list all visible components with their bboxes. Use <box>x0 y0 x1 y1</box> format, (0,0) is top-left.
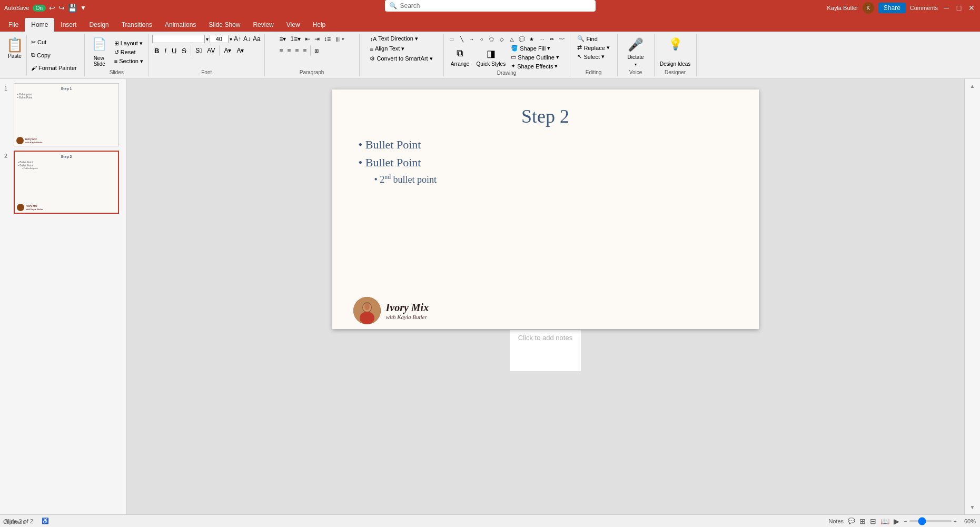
tab-home[interactable]: Home <box>25 18 54 32</box>
char-spacing-button[interactable]: AV <box>205 46 217 55</box>
slide-canvas[interactable]: Step 2 Bullet Point Bullet Point 2nd bul… <box>332 90 759 329</box>
decrease-font-icon[interactable]: A↓ <box>243 35 251 43</box>
circle-tool[interactable]: ○ <box>477 35 487 43</box>
paste-button[interactable]: 📋 Paste <box>3 35 27 75</box>
arrange-button[interactable]: ⧉ Arrange <box>447 47 473 68</box>
tab-slideshow[interactable]: Slide Show <box>202 18 246 32</box>
right-panel-arrow-up[interactable]: ▲ <box>968 81 977 91</box>
slide-sorter-button[interactable]: ⊟ <box>870 517 876 525</box>
quick-styles-button[interactable]: ◨ Quick Styles <box>474 47 508 68</box>
diamond-tool[interactable]: ◇ <box>497 35 507 43</box>
slide-preview-2[interactable]: Step 2 • Bullet Point • Bullet Point • 2… <box>14 151 119 214</box>
save-icon[interactable]: 💾 <box>68 4 77 12</box>
italic-button[interactable]: I <box>162 46 169 55</box>
replace-button[interactable]: ⇄ Replace ▾ <box>575 44 611 52</box>
select-button[interactable]: ↖ Select ▾ <box>575 53 607 61</box>
normal-view-button[interactable]: ⊞ <box>859 517 866 525</box>
underline-button[interactable]: U <box>170 46 179 55</box>
zoom-slider[interactable] <box>909 520 952 522</box>
freeform-tool[interactable]: ✏ <box>547 35 557 43</box>
copy-button[interactable]: ⧉ Copy <box>29 51 79 59</box>
slide-main-title[interactable]: Step 2 <box>359 105 732 127</box>
zoom-in-button[interactable]: + <box>954 518 957 524</box>
scribble-tool[interactable]: 〰 <box>557 35 567 43</box>
notes-area[interactable]: Click to add notes <box>510 329 581 371</box>
increase-indent-button[interactable]: ⇥ <box>313 35 321 43</box>
font-name-dropdown[interactable]: ▾ <box>206 36 209 42</box>
minimize-button[interactable]: ─ <box>942 4 951 12</box>
line-spacing-button[interactable]: ↕≡ <box>322 35 332 43</box>
numbering-button[interactable]: 1≡▾ <box>289 35 302 43</box>
autosave-toggle[interactable]: On <box>33 5 46 12</box>
font-color-button[interactable]: A▾ <box>222 46 233 55</box>
justify-button[interactable]: ≡ <box>301 46 308 55</box>
clear-format-icon[interactable]: Aa <box>252 35 261 43</box>
reading-view-button[interactable]: 📖 <box>880 517 889 525</box>
find-button[interactable]: 🔍 Find <box>575 35 599 43</box>
new-slide-button[interactable]: 📄 NewSlide <box>88 36 111 68</box>
search-bar[interactable]: 🔍 <box>385 0 596 12</box>
arrow-tool[interactable]: → <box>467 35 477 43</box>
reset-button[interactable]: ↺ Reset <box>112 48 145 56</box>
font-size-dropdown[interactable]: ▾ <box>230 36 232 42</box>
shape-effects-button[interactable]: ✦ Shape Effects ▾ <box>509 62 561 70</box>
dictate-dropdown[interactable]: ▾ <box>635 62 637 67</box>
slide-thumb-2[interactable]: 2 Step 2 • Bullet Point • Bullet Point •… <box>4 151 122 214</box>
tab-insert[interactable]: Insert <box>54 18 83 32</box>
close-button[interactable]: ✕ <box>967 4 976 12</box>
canvas-area[interactable]: Step 2 Bullet Point Bullet Point 2nd bul… <box>126 79 964 514</box>
section-button[interactable]: ≡ Section ▾ <box>112 57 145 65</box>
tab-review[interactable]: Review <box>246 18 280 32</box>
presenter-view-button[interactable]: ▶ <box>894 517 899 525</box>
para-more-icon[interactable]: ⊞ <box>313 47 320 54</box>
align-left-button[interactable]: ≡ <box>278 46 284 55</box>
comments-label[interactable]: Comments <box>910 5 938 11</box>
accessibility-icon[interactable]: ♿ <box>42 518 49 524</box>
font-size-input[interactable] <box>210 35 229 43</box>
tab-view[interactable]: View <box>280 18 306 32</box>
text-shadow-button[interactable]: S⃣ <box>193 46 204 55</box>
design-ideas-button[interactable]: 💡 Design Ideas <box>658 36 692 68</box>
line-tool[interactable]: ╲ <box>457 35 467 43</box>
notes-button[interactable]: Notes <box>828 518 844 524</box>
notes-placeholder[interactable]: Click to add notes <box>518 334 572 342</box>
increase-font-icon[interactable]: A↑ <box>233 35 242 43</box>
pentagon-tool[interactable]: ⬠ <box>487 35 497 43</box>
triangle-tool[interactable]: △ <box>507 35 517 43</box>
bullet-2[interactable]: Bullet Point <box>359 156 732 170</box>
layout-button[interactable]: ⊞ Layout ▾ <box>112 39 145 47</box>
convert-smartart-button[interactable]: ⚙ Convert to SmartArt ▾ <box>368 55 434 63</box>
align-right-button[interactable]: ≡ <box>293 46 300 55</box>
format-painter-button[interactable]: 🖌 Format Painter <box>29 64 79 72</box>
shape-fill-button[interactable]: 🪣 Shape Fill ▾ <box>509 44 561 52</box>
search-input[interactable] <box>400 2 591 9</box>
strikethrough-button[interactable]: S <box>180 46 189 55</box>
star-tool[interactable]: ★ <box>527 35 537 43</box>
slide-preview-1[interactable]: Step 1 • Bullet point • Bullet Point Ivo… <box>14 83 119 146</box>
dictate-button[interactable]: 🎤 Dictate ▾ <box>624 36 647 68</box>
highlight-color-button[interactable]: A▾ <box>234 46 246 55</box>
zoom-out-button[interactable]: − <box>904 518 907 524</box>
bullets-button[interactable]: ≡▾ <box>278 35 288 43</box>
rect-tool[interactable]: □ <box>447 35 457 43</box>
decrease-indent-button[interactable]: ⇤ <box>303 35 312 43</box>
undo-icon[interactable]: ↩ <box>49 4 55 12</box>
shape-outline-button[interactable]: ▭ Shape Outline ▾ <box>509 53 561 61</box>
tab-file[interactable]: File <box>2 18 25 32</box>
font-name-input[interactable] <box>152 35 205 43</box>
bold-button[interactable]: B <box>152 46 161 55</box>
tab-animations[interactable]: Animations <box>159 18 202 32</box>
bullet-1[interactable]: Bullet Point <box>359 138 732 152</box>
share-button[interactable]: Share <box>878 3 906 13</box>
zoom-level[interactable]: 60% <box>959 518 976 524</box>
bullet-3[interactable]: 2nd bullet point <box>359 174 732 185</box>
maximize-button[interactable]: □ <box>955 4 963 12</box>
tab-design[interactable]: Design <box>83 18 115 32</box>
slide-thumb-1[interactable]: 1 Step 1 • Bullet point • Bullet Point I… <box>4 83 122 146</box>
more-shapes-tool[interactable]: ⋯ <box>537 35 547 43</box>
cut-button[interactable]: ✂ Cut <box>29 38 79 46</box>
align-text-button[interactable]: ≡ Align Text ▾ <box>368 45 407 53</box>
slide-main-content[interactable]: Step 2 Bullet Point Bullet Point 2nd bul… <box>332 90 759 292</box>
tab-transitions[interactable]: Transitions <box>115 18 159 32</box>
right-panel-arrow-down[interactable]: ▼ <box>968 502 977 512</box>
